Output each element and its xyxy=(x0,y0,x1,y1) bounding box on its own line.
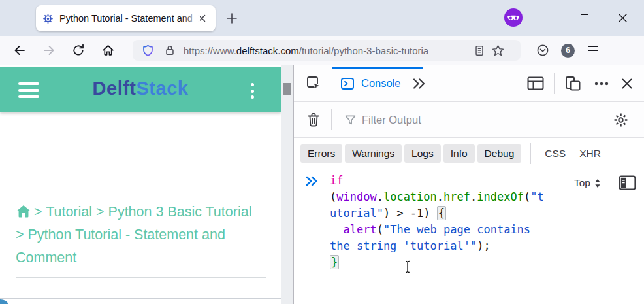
window-minimize-button[interactable] xyxy=(537,0,567,36)
devtools-tabbar: Console xyxy=(294,65,644,102)
double-chevron-icon xyxy=(412,78,427,90)
url-text: https://www.delftstack.com/tutorial/pyth… xyxy=(184,45,470,56)
editor-sidebar-toggle-button[interactable] xyxy=(619,175,636,193)
reload-icon xyxy=(72,44,85,57)
page-header: DelftStack xyxy=(0,67,281,112)
picker-cursor-icon xyxy=(306,75,323,92)
breadcrumb-text-2: > Python Tutorial - Statement and xyxy=(16,227,225,243)
filter-category-xhr[interactable]: XHR xyxy=(579,148,601,160)
minimize-icon xyxy=(547,18,556,18)
filter-funnel-icon xyxy=(344,114,357,126)
breadcrumb-line-1[interactable]: > Tutorial > Python 3 Basic Tutorial xyxy=(16,201,274,224)
console-tab-label: Console xyxy=(361,77,401,90)
page-scrollbar[interactable] xyxy=(281,65,293,304)
mouse-text-cursor xyxy=(404,260,411,276)
url-domain: delftstack.com xyxy=(236,45,299,56)
breadcrumb-home-icon[interactable] xyxy=(16,205,31,218)
filter-buttons-group: ErrorsWarningsLogsInfoDebug xyxy=(300,144,521,163)
window-close-button[interactable] xyxy=(607,0,637,36)
responsive-mode-icon xyxy=(564,76,581,92)
trash-icon xyxy=(306,112,321,127)
new-tab-button[interactable] xyxy=(224,10,240,26)
console-tab-icon xyxy=(340,76,355,91)
breadcrumb-line-3[interactable]: Comment xyxy=(16,246,274,269)
console-code-line: the string 'tutorial'"); xyxy=(330,238,552,254)
app-menu-button[interactable] xyxy=(583,40,604,61)
console-code-line: if xyxy=(330,173,552,189)
maximize-icon xyxy=(581,14,588,22)
separator xyxy=(330,73,330,94)
clear-console-button[interactable] xyxy=(305,112,322,127)
reload-button[interactable] xyxy=(68,40,89,61)
console-input-area[interactable]: if(window.location.href.indexOf("tutoria… xyxy=(294,169,644,304)
console-code-line: alert("The web page contains xyxy=(330,222,552,238)
tab-console[interactable]: Console xyxy=(340,76,401,91)
scrollbar-thumb[interactable] xyxy=(283,83,291,95)
url-scheme: https://www. xyxy=(184,45,236,56)
devtools-panel: Console xyxy=(293,65,644,304)
window-maximize-button[interactable] xyxy=(570,0,600,36)
separator xyxy=(331,109,332,130)
connection-lock-icon[interactable] xyxy=(161,42,178,59)
console-filter-bar xyxy=(294,102,644,138)
context-selector-label: Top xyxy=(574,177,590,189)
devtools-close-button[interactable] xyxy=(619,78,636,90)
separator xyxy=(554,73,555,94)
private-browsing-icon xyxy=(504,8,523,27)
filter-categories-group: CSSXHR xyxy=(545,148,601,160)
tab-title: Python Tutorial - Statement and xyxy=(59,13,195,24)
evaluation-context-selector[interactable]: Top xyxy=(574,177,601,189)
filter-category-css[interactable]: CSS xyxy=(545,148,566,160)
forward-icon xyxy=(42,44,56,57)
back-icon xyxy=(13,44,26,57)
filter-button-errors[interactable]: Errors xyxy=(300,144,342,163)
devtools-close-icon xyxy=(621,78,633,90)
tab-strip: Python Tutorial - Statement and xyxy=(0,0,644,36)
forward-button[interactable] xyxy=(39,40,59,61)
browser-window: Python Tutorial - Statement and xyxy=(0,0,644,304)
filter-button-warnings[interactable]: Warnings xyxy=(345,144,402,163)
toolbar-right-icons: 6 xyxy=(532,40,604,61)
content-divider xyxy=(16,277,266,278)
navigation-toolbar: https://www.delftstack.com/tutorial/pyth… xyxy=(0,36,644,65)
console-code-line: } xyxy=(330,254,552,271)
bookmark-star-icon[interactable] xyxy=(489,42,506,59)
tracking-protection-shield-icon[interactable] xyxy=(139,42,156,59)
breadcrumb-text-3: Comment xyxy=(16,250,76,265)
panel-left-icon xyxy=(619,175,636,190)
console-filter-buttons-bar: ErrorsWarningsLogsInfoDebug CSSXHR xyxy=(294,138,644,169)
active-tab-indicator xyxy=(332,67,423,69)
url-path: /tutorial/python-3-basic-tutoria xyxy=(299,45,428,56)
more-tabs-button[interactable] xyxy=(411,78,428,90)
inspector-picker-button[interactable] xyxy=(305,75,323,92)
address-bar[interactable]: https://www.delftstack.com/tutorial/pyth… xyxy=(133,40,521,61)
meatballs-icon xyxy=(594,82,609,86)
partial-image-corner xyxy=(0,299,8,304)
extension-badge[interactable]: 6 xyxy=(561,44,575,58)
filter-button-debug[interactable]: Debug xyxy=(477,144,522,163)
up-down-arrows-icon xyxy=(594,178,601,188)
breadcrumb-line-2[interactable]: > Python Tutorial - Statement and xyxy=(16,224,274,246)
site-logo[interactable]: DelftStack xyxy=(0,78,281,99)
more-options-button[interactable] xyxy=(592,82,611,86)
site-favicon-icon xyxy=(42,13,54,24)
breadcrumb-text-1: > Tutorial > Python 3 Basic Tutorial xyxy=(34,204,251,220)
home-button[interactable] xyxy=(97,40,118,61)
page-more-kebab-icon[interactable] xyxy=(251,83,254,102)
window-close-icon xyxy=(618,13,628,23)
console-settings-button[interactable] xyxy=(611,112,630,128)
browser-tab[interactable]: Python Tutorial - Statement and xyxy=(36,5,216,31)
responsive-mode-button[interactable] xyxy=(563,76,583,92)
console-code[interactable]: if(window.location.href.indexOf("tutoria… xyxy=(330,173,552,271)
dock-layout-button[interactable] xyxy=(526,76,545,90)
filter-button-info[interactable]: Info xyxy=(443,144,475,163)
console-code-line: utorial") > -1) { xyxy=(330,205,552,222)
breadcrumb: > Tutorial > Python 3 Basic Tutorial > P… xyxy=(16,201,274,269)
filter-output-input[interactable] xyxy=(362,114,611,126)
back-button[interactable] xyxy=(9,40,30,61)
reader-mode-icon[interactable] xyxy=(471,42,488,59)
hamburger-icon xyxy=(588,44,598,57)
pocket-icon[interactable] xyxy=(532,40,553,61)
filter-button-logs[interactable]: Logs xyxy=(404,144,441,163)
console-prompt-icon xyxy=(306,176,318,189)
